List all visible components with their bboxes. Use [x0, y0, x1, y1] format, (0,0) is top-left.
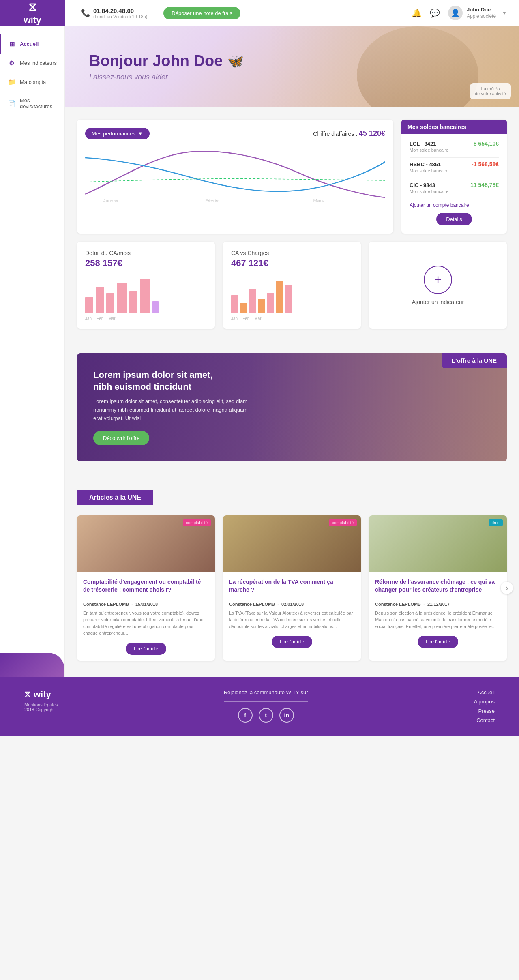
- article-read-button-3[interactable]: Lire l'article: [418, 636, 458, 648]
- phone-section: 📞 01.84.20.48.00 (Lundi au Vendredi 10-1…: [81, 7, 147, 19]
- performances-header: Mes performances ▼ Chiffre d'affaires : …: [85, 128, 385, 139]
- phone-number: 01.84.20.48.00: [93, 7, 147, 14]
- sidebar-label-accueil: Accueil: [20, 41, 39, 47]
- ca-charges-chart: [231, 272, 353, 313]
- bank-item-cic: CIC - 9843 11 548,78€ Mon solde bancaire: [410, 182, 499, 194]
- add-indicator-label: Ajouter un indicateur: [412, 299, 464, 305]
- article-body-3: Réforme de l'assurance chômage : ce qui …: [369, 572, 507, 654]
- sidebar-label-indicateurs: Mes indicateurs: [20, 60, 57, 66]
- bar: [240, 303, 247, 313]
- article-author-3: Constance LEPLOMB: [375, 602, 421, 607]
- bar: [258, 299, 265, 313]
- footer-link-contact[interactable]: Contact: [474, 717, 495, 723]
- bar: [267, 293, 274, 313]
- ca-charges-card: CA vs Charges 467 121€ Jan Feb: [223, 242, 361, 329]
- footer-logo[interactable]: ⧖ wity: [24, 689, 58, 700]
- chart-svg: Janvier Février Mars: [85, 146, 385, 202]
- deposit-note-button[interactable]: Déposer une note de frais: [163, 7, 240, 19]
- chevron-down-icon: ▼: [502, 10, 507, 16]
- article-tag-1: comptabilité: [183, 519, 211, 526]
- article-read-button-1[interactable]: Lire l'article: [126, 643, 166, 655]
- promo-title: Lorem ipsum dolor sit amet,nibh euismod …: [93, 369, 255, 392]
- article-title-1: Comptabilité d'engagement ou comptabilit…: [83, 578, 209, 594]
- hero-badge: La météode votre activité: [470, 83, 511, 99]
- bar: [231, 295, 238, 313]
- article-meta-1: Constance LEPLOMB - 15/01/2018: [83, 602, 209, 607]
- linkedin-icon[interactable]: in: [279, 708, 294, 723]
- bank-card: Mes soldes bancaires LCL - 8421 8 654,10…: [401, 120, 507, 234]
- footer-logo-text: wity: [34, 689, 51, 700]
- bar: [85, 297, 93, 313]
- bank-balance-cic: 11 548,78€: [470, 182, 499, 188]
- add-indicator-card[interactable]: + Ajouter un indicateur: [369, 242, 507, 329]
- devis-icon: 📄: [8, 100, 16, 107]
- article-card-3: droit Réforme de l'assurance chômage : c…: [369, 515, 507, 661]
- article-image-1: comptabilité: [77, 515, 215, 572]
- bank-details-button[interactable]: Details: [436, 213, 472, 225]
- sidebar-item-indicateurs[interactable]: ⚙ Mes indicateurs: [0, 54, 64, 73]
- indicators-icon: ⚙: [8, 59, 16, 67]
- hero-text: Bonjour John Doe 🦋 Laissez-nous vous aid…: [89, 52, 244, 81]
- twitter-icon[interactable]: t: [259, 708, 273, 723]
- ca-mois-chart: [85, 272, 207, 313]
- articles-next-arrow[interactable]: ›: [501, 582, 513, 594]
- user-company: Apple société: [467, 13, 496, 20]
- badge-text: La météode votre activité: [475, 86, 506, 96]
- article-excerpt-2: La TVA (Taxe sur la Valeur Ajoutée) à re…: [229, 610, 355, 630]
- bar: [285, 285, 292, 313]
- phone-icon: 📞: [81, 9, 90, 17]
- performances-title: Mes performances: [92, 131, 135, 137]
- article-card-2: comptabilité La récupération de la TVA c…: [223, 515, 361, 661]
- bar: [129, 291, 137, 313]
- footer-copyright: 2018 Copyright: [24, 707, 58, 712]
- add-indicator-button[interactable]: +: [424, 266, 452, 294]
- footer-social-section: Rejoignez la communauté WITY sur f t in: [224, 689, 308, 723]
- article-author-2: Constance LEPLOMB: [229, 602, 275, 607]
- hero-greeting: Bonjour John Doe 🦋: [89, 52, 244, 70]
- footer-logo-icon: ⧖: [24, 689, 30, 700]
- main-content: Bonjour John Doe 🦋 Laissez-nous vous aid…: [65, 26, 519, 677]
- performances-button[interactable]: Mes performances ▼: [85, 128, 150, 139]
- greeting-text: Bonjour John Doe: [89, 52, 223, 70]
- articles-grid: comptabilité Comptabilité d'engagement o…: [77, 515, 507, 661]
- footer-link-apropos[interactable]: A propos: [474, 699, 495, 705]
- bank-label-cic: Mon solde bancaire: [410, 189, 499, 194]
- sidebar-item-devis[interactable]: 📄 Mes devis/factures: [0, 92, 64, 115]
- add-bank-button[interactable]: Ajouter un compte bancaire +: [410, 202, 499, 208]
- facebook-icon[interactable]: f: [238, 708, 253, 723]
- promo-cta-button[interactable]: Découvrir l'offre: [93, 431, 149, 445]
- article-author-1: Constance LEPLOMB: [83, 602, 129, 607]
- notification-icon[interactable]: 🔔: [412, 8, 422, 18]
- hero-subtitle: Laissez-nous vous aider...: [89, 73, 244, 81]
- footer-link-accueil[interactable]: Accueil: [474, 689, 495, 695]
- sidebar-item-accueil[interactable]: ⊞ Accueil: [0, 34, 64, 54]
- article-date-1: 15/01/2018: [135, 602, 158, 607]
- footer-social-text: Rejoignez la communauté WITY sur: [224, 689, 308, 695]
- user-menu[interactable]: 👤 John Doe Apple société ▼: [448, 6, 507, 20]
- chat-icon[interactable]: 💬: [430, 8, 440, 18]
- footer-link-presse[interactable]: Presse: [474, 708, 495, 714]
- performances-chevron-icon: ▼: [138, 131, 143, 137]
- sidebar-item-compta[interactable]: 📁 Ma compta: [0, 73, 64, 92]
- header: ⧖ wity 📞 01.84.20.48.00 (Lundi au Vendre…: [0, 0, 519, 26]
- bar: [249, 289, 256, 313]
- article-title-3: Réforme de l'assurance chômage : ce qui …: [375, 578, 501, 594]
- footer-links: Accueil A propos Presse Contact: [474, 689, 495, 723]
- bank-item-hsbc: HSBC - 4861 -1 568,58€ Mon solde bancair…: [410, 161, 499, 173]
- footer-logo-section: ⧖ wity Mentions légales 2018 Copyright: [24, 689, 58, 712]
- article-title-2: La récupération de la TVA comment ça mar…: [229, 578, 355, 594]
- dashboard: Mes performances ▼ Chiffre d'affaires : …: [65, 107, 519, 353]
- logo[interactable]: ⧖ wity: [0, 0, 65, 26]
- promo-content: Lorem ipsum dolor sit amet,nibh euismod …: [93, 369, 255, 445]
- promo-badge: L'offre à la UNE: [442, 353, 507, 368]
- bar: [140, 279, 150, 313]
- article-read-button-2[interactable]: Lire l'article: [272, 636, 312, 648]
- articles-section: Articles à la UNE comptabilité Comptabil…: [65, 490, 519, 677]
- footer-legal[interactable]: Mentions légales: [24, 702, 58, 707]
- header-icons: 🔔 💬 👤 John Doe Apple société ▼: [412, 6, 507, 20]
- article-meta-2: Constance LEPLOMB - 02/01/2018: [229, 602, 355, 607]
- user-info: John Doe Apple société: [467, 6, 496, 19]
- ca-charges-value: 467 121€: [231, 258, 353, 268]
- bar: [152, 301, 159, 313]
- bank-balance-lcl: 8 654,10€: [474, 140, 499, 147]
